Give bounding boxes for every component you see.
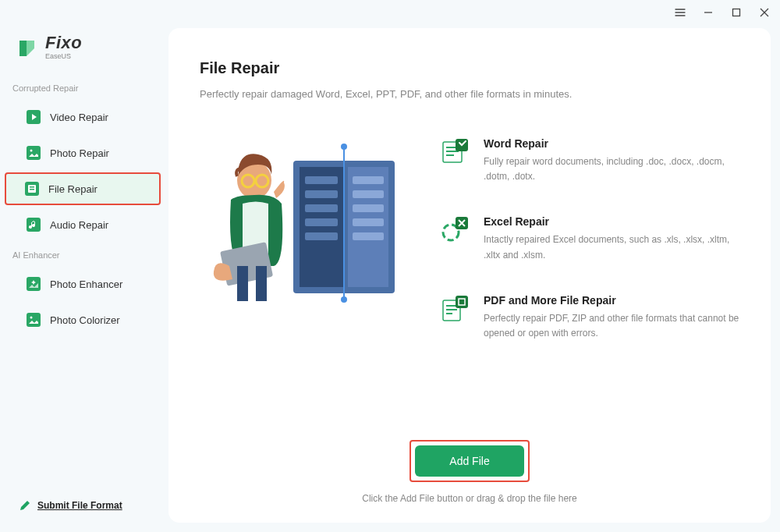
feature-title: PDF and More File Repair <box>484 294 739 307</box>
feature-pdf-repair: PDF and More File Repair Perfectly repai… <box>441 294 739 341</box>
close-button[interactable] <box>758 6 771 19</box>
section-label-corrupted: Corrupted Repair <box>0 76 165 99</box>
sidebar-item-label: Photo Colorizer <box>50 314 120 326</box>
pencil-icon <box>19 499 31 512</box>
sidebar-item-photo-repair[interactable]: Photo Repair <box>6 137 159 169</box>
svg-rect-35 <box>446 154 454 156</box>
file-icon <box>25 182 39 196</box>
app-name: Fixo <box>45 34 82 51</box>
sidebar-item-video-repair[interactable]: Video Repair <box>6 101 159 133</box>
sidebar-item-label: Photo Repair <box>50 147 109 159</box>
svg-rect-21 <box>353 190 384 198</box>
add-file-highlight: Add File <box>410 440 529 482</box>
svg-rect-15 <box>305 176 338 184</box>
svg-rect-2 <box>27 146 41 160</box>
titlebar <box>0 0 780 25</box>
section-label-ai: AI Enhancer <box>0 243 165 266</box>
svg-rect-40 <box>446 305 457 307</box>
svg-point-26 <box>341 144 347 150</box>
colorize-icon <box>27 313 41 327</box>
pdf-icon <box>441 294 470 322</box>
svg-rect-16 <box>305 190 338 198</box>
menu-icon[interactable] <box>674 6 686 19</box>
svg-rect-42 <box>446 313 452 314</box>
sidebar-item-photo-enhancer[interactable]: Photo Enhancer <box>6 268 159 300</box>
svg-rect-6 <box>30 186 34 188</box>
add-file-button[interactable]: Add File <box>415 445 523 477</box>
app-vendor: EaseUS <box>45 53 82 60</box>
svg-rect-14 <box>348 167 388 287</box>
cta-area: Add File Click the Add File button or dr… <box>200 440 739 504</box>
audio-icon <box>27 218 41 232</box>
submit-link-text[interactable]: Submit File Format <box>37 500 122 511</box>
page-title: File Repair <box>200 59 739 77</box>
sidebar-item-file-repair[interactable]: File Repair <box>5 172 161 205</box>
svg-rect-24 <box>353 232 384 240</box>
excel-icon <box>441 215 470 243</box>
feature-desc: Intactly repaired Excel documents, such … <box>484 232 739 262</box>
illustration <box>200 137 418 325</box>
feature-word-repair: Word Repair Fully repair word documents,… <box>441 137 739 184</box>
sidebar-item-label: Audio Repair <box>50 219 108 231</box>
sidebar-item-photo-colorizer[interactable]: Photo Colorizer <box>6 303 159 336</box>
svg-point-27 <box>341 296 347 303</box>
drop-hint: Click the Add File button or drag & drop… <box>362 493 577 504</box>
submit-file-format[interactable]: Submit File Format <box>0 485 165 526</box>
enhance-icon <box>27 277 41 291</box>
feature-title: Word Repair <box>484 137 739 150</box>
svg-rect-19 <box>305 232 338 240</box>
sidebar-item-label: Photo Enhancer <box>50 278 122 290</box>
minimize-button[interactable] <box>702 6 714 19</box>
feature-title: Excel Repair <box>484 215 739 228</box>
maximize-button[interactable] <box>730 6 743 19</box>
svg-point-3 <box>30 150 33 152</box>
feature-desc: Fully repair word documents, including .… <box>484 154 739 184</box>
sidebar-item-audio-repair[interactable]: Audio Repair <box>6 208 159 241</box>
video-icon <box>27 110 41 124</box>
svg-rect-7 <box>30 189 34 190</box>
word-icon <box>441 137 470 165</box>
svg-rect-18 <box>305 218 338 226</box>
sidebar-item-label: File Repair <box>48 183 98 195</box>
feature-list: Word Repair Fully repair word documents,… <box>441 137 739 341</box>
svg-rect-20 <box>353 176 384 184</box>
svg-rect-23 <box>353 218 384 226</box>
svg-rect-10 <box>27 313 41 327</box>
logo-icon <box>16 36 39 59</box>
sidebar: Fixo EaseUS Corrupted Repair Video Repai… <box>0 25 165 532</box>
svg-rect-0 <box>733 9 740 16</box>
sidebar-item-label: Video Repair <box>50 112 108 123</box>
svg-rect-22 <box>353 204 384 212</box>
svg-rect-43 <box>456 296 468 308</box>
svg-rect-13 <box>300 167 343 287</box>
content-panel: File Repair Perfectly repair damaged Wor… <box>168 28 771 523</box>
page-subtitle: Perfectly repair damaged Word, Excel, PP… <box>200 88 739 100</box>
photo-icon <box>27 146 41 160</box>
svg-point-11 <box>30 317 33 319</box>
svg-rect-17 <box>305 204 338 212</box>
feature-excel-repair: Excel Repair Intactly repaired Excel doc… <box>441 215 739 262</box>
app-logo: Fixo EaseUS <box>0 31 165 76</box>
feature-desc: Perfectly repair PDF, ZIP and other file… <box>484 311 739 341</box>
svg-rect-41 <box>446 309 457 310</box>
